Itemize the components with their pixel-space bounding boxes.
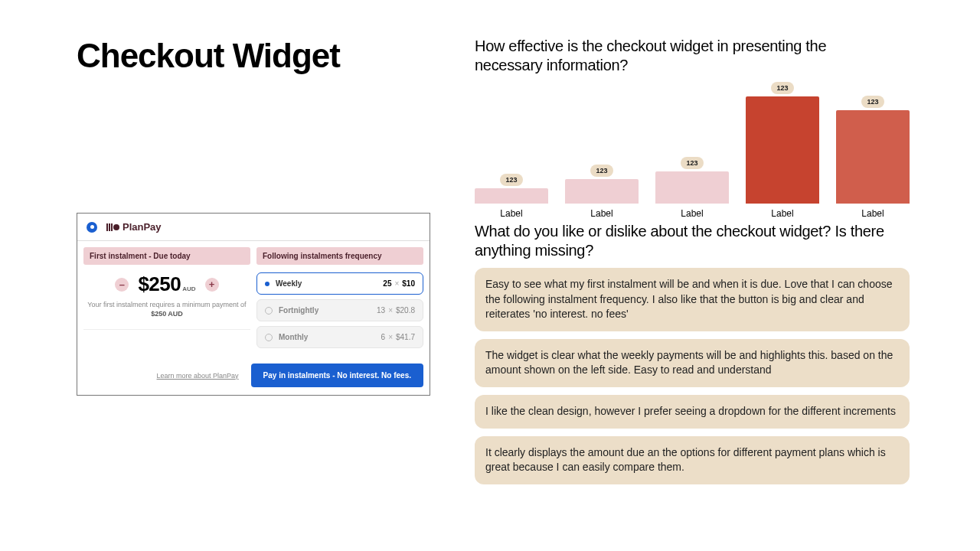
- amount-display: $250AUD: [138, 272, 195, 296]
- frequency-label: Weekly: [276, 279, 377, 288]
- widget-header: PlanPay: [77, 214, 430, 241]
- frequency-label: Monthly: [279, 333, 375, 341]
- radio-icon: [265, 334, 273, 341]
- bar-value-badge: 123: [500, 174, 522, 186]
- amount-currency: AUD: [182, 285, 195, 292]
- feedback-card: The widget is clear what the weekly paym…: [475, 339, 910, 387]
- frequency-detail: 25×$10: [383, 279, 415, 288]
- feedback-card: I like the clean design, however I prefe…: [475, 395, 910, 429]
- logo-bars-icon: [106, 223, 119, 231]
- bar-category-label: Label: [500, 208, 522, 219]
- frequency-option-fortnightly[interactable]: Fortnightly13×$20.8: [256, 299, 423, 321]
- feedback-card: It clearly displays the amount due an th…: [475, 436, 910, 484]
- checkout-widget: PlanPay First instalment - Due today – $…: [77, 213, 430, 396]
- bar-rect: [836, 110, 910, 204]
- bar-value-badge: 123: [590, 165, 612, 177]
- increment-button[interactable]: +: [205, 278, 219, 292]
- frequency-header: Following instalments frequency: [256, 247, 423, 265]
- frequency-detail: 13×$20.8: [377, 306, 415, 315]
- question-feedback: What do you like or dislike about the ch…: [475, 222, 888, 260]
- bar-rect: [655, 171, 729, 204]
- frequency-option-monthly[interactable]: Monthly6×$41.7: [256, 326, 423, 348]
- page-title: Checkout Widget: [77, 37, 429, 75]
- bar-category-label: Label: [590, 208, 612, 219]
- feedback-card: Easy to see what my first instalment wil…: [475, 268, 910, 331]
- bar-rect: [475, 188, 548, 204]
- bar-category-label: Label: [771, 208, 793, 219]
- bar-4: 123Label: [836, 96, 910, 219]
- amount-value: $250: [138, 272, 181, 295]
- frequency-label: Fortnightly: [279, 306, 371, 315]
- frequency-panel: Following instalments frequency Weekly25…: [256, 247, 423, 353]
- question-effectiveness: How effective is the checkout widget in …: [475, 37, 888, 75]
- effectiveness-bar-chart: 123Label123Label123Label123Label123Label: [475, 81, 910, 219]
- bar-1: 123Label: [565, 165, 639, 219]
- bar-value-badge: 123: [681, 157, 703, 169]
- frequency-detail: 6×$41.7: [381, 333, 415, 341]
- planpay-logo: PlanPay: [106, 221, 162, 233]
- amount-note: Your first instalment requires a minimum…: [85, 301, 249, 318]
- bar-3: 123Label: [746, 82, 819, 219]
- pay-button[interactable]: Pay in instalments - No interest. No fee…: [251, 364, 423, 387]
- bar-value-badge: 123: [861, 96, 884, 108]
- bar-category-label: Label: [681, 208, 703, 219]
- bar-0: 123Label: [475, 174, 548, 219]
- frequency-option-weekly[interactable]: Weekly25×$10: [256, 272, 423, 295]
- bar-2: 123Label: [655, 157, 729, 219]
- first-instalment-panel: First instalment - Due today – $250AUD +…: [83, 247, 250, 353]
- brand-name: PlanPay: [122, 221, 162, 233]
- brand-radio-selected-icon[interactable]: [87, 222, 97, 233]
- learn-more-link[interactable]: Learn more about PlanPay: [157, 372, 239, 380]
- bar-rect: [565, 179, 639, 204]
- radio-icon: [265, 282, 270, 286]
- bar-rect: [746, 96, 819, 204]
- radio-icon: [265, 307, 273, 315]
- decrement-button[interactable]: –: [115, 278, 129, 292]
- bar-value-badge: 123: [771, 82, 793, 94]
- bar-category-label: Label: [861, 208, 884, 219]
- first-instalment-header: First instalment - Due today: [83, 247, 250, 265]
